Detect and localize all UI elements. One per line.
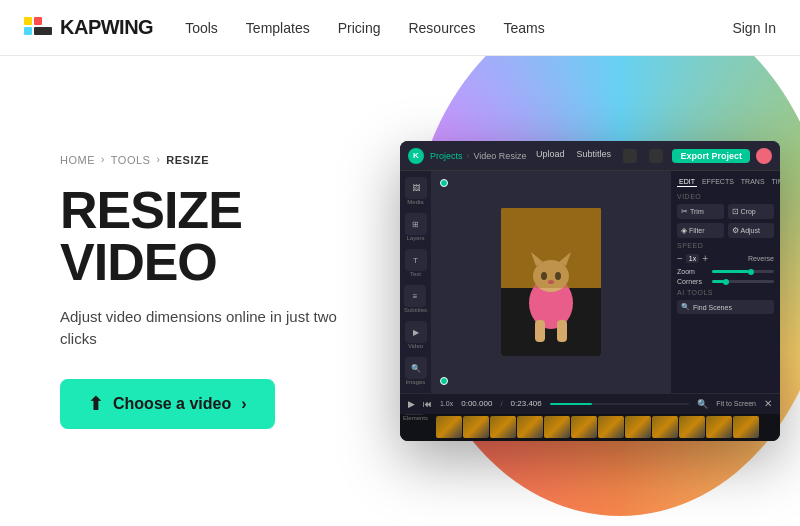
reverse-label[interactable]: Reverse [748, 255, 774, 262]
close-timeline-button[interactable]: ✕ [764, 398, 772, 409]
find-scenes-button[interactable]: 🔍 Find Scenes [677, 300, 774, 314]
hero-left: HOME › TOOLS › RESIZE RESIZE VIDEO Adjus… [60, 154, 400, 429]
title-line1: RESIZE [60, 181, 242, 239]
fit-screen-label[interactable]: Fit to Screen [716, 400, 756, 407]
svg-rect-1 [34, 17, 42, 25]
play-button[interactable]: ▶ [408, 399, 415, 409]
corners-slider-row: Corners [677, 278, 774, 285]
hero-subtitle: Adjust video dimensions online in just t… [60, 306, 340, 351]
sidebar-images[interactable]: 🔍 Images [405, 357, 427, 385]
editor-sidebar: 🖼 Media ⊞ Layers T Text ≡ Subtitles [400, 171, 432, 393]
nav-pricing[interactable]: Pricing [338, 20, 381, 36]
filmstrip-frame [598, 416, 624, 438]
speed-row: − 1x + Reverse [677, 253, 774, 264]
sidebar-text[interactable]: T Text [405, 249, 427, 277]
corners-thumb[interactable] [723, 279, 729, 285]
editor-panel: EDIT EFFECTS TRANS TIMING VIDEO ✂ Trim ⊡ [670, 171, 780, 393]
filter-icon: ◈ [681, 226, 687, 235]
section-speed-label: SPEED [677, 242, 774, 249]
page-title: RESIZE VIDEO [60, 184, 400, 288]
editor-topbar: K Projects › Video Resize Upload Subtitl… [400, 141, 780, 171]
crop-button[interactable]: ⊡ Crop [728, 204, 775, 219]
svg-rect-14 [557, 320, 567, 342]
adjust-button[interactable]: ⚙ Adjust [728, 223, 775, 238]
logo[interactable]: KAPWING [24, 16, 153, 39]
tab-timing[interactable]: TIMING [770, 177, 780, 187]
video-thumbnail [501, 208, 601, 356]
panel-tabs: EDIT EFFECTS TRANS TIMING [677, 177, 774, 187]
sidebar-video[interactable]: ▶ Video [405, 321, 427, 349]
breadcrumb-current: RESIZE [166, 154, 209, 166]
trim-button[interactable]: ✂ Trim [677, 204, 724, 219]
filter-button[interactable]: ◈ Filter [677, 223, 724, 238]
filmstrip-frame [544, 416, 570, 438]
chat-icon [623, 149, 637, 163]
tab-transitions[interactable]: TRANS [739, 177, 767, 187]
section-video-label: VIDEO [677, 193, 774, 200]
cta-button[interactable]: ⬆ Choose a video › [60, 379, 275, 429]
nav-resources[interactable]: Resources [408, 20, 475, 36]
nav-templates[interactable]: Templates [246, 20, 310, 36]
nav-teams[interactable]: Teams [503, 20, 544, 36]
video-tools-row1: ✂ Trim ⊡ Crop [677, 204, 774, 219]
export-button[interactable]: Export Project [672, 149, 750, 163]
cat-video-preview [501, 208, 601, 356]
hero-section: HOME › TOOLS › RESIZE RESIZE VIDEO Adjus… [0, 56, 800, 526]
speed-value: 1x [686, 254, 699, 263]
nav-tools[interactable]: Tools [185, 20, 218, 36]
upload-btn[interactable]: Upload [536, 149, 565, 163]
timeline-controls: ▶ ⏮ 1.0x 0:00.000 / 0:23.406 🔍 Fit to Sc… [400, 394, 780, 414]
tab-effects[interactable]: EFFECTS [700, 177, 736, 187]
find-label: Find Scenes [693, 304, 732, 311]
filmstrip-frame [625, 416, 651, 438]
svg-rect-13 [535, 320, 545, 342]
timeline-zoom: 1.0x [440, 400, 453, 407]
crop-icon: ⊡ [732, 207, 739, 216]
breadcrumb-tools[interactable]: TOOLS [111, 154, 151, 166]
speed-minus[interactable]: − [677, 253, 683, 264]
section-ai-label: AI TOOLS [677, 289, 774, 296]
sidebar-subtitles[interactable]: ≡ Subtitles [404, 285, 427, 313]
breadcrumb-chevron-1: › [101, 154, 105, 165]
filmstrip-frame [517, 416, 543, 438]
tab-video-resize[interactable]: Video Resize [474, 151, 527, 161]
sidebar-media[interactable]: 🖼 Media [405, 177, 427, 205]
zoom-track[interactable] [712, 270, 774, 273]
trim-icon: ✂ [681, 207, 688, 216]
timeline-filmstrip [400, 414, 780, 441]
logo-text: KAPWING [60, 16, 153, 39]
zoom-fill [712, 270, 749, 273]
timeline-progress-bar[interactable] [550, 403, 690, 405]
logo-icon [24, 17, 52, 39]
video-tools-row2: ◈ Filter ⚙ Adjust [677, 223, 774, 238]
filmstrip-frame [436, 416, 462, 438]
subtitles-btn[interactable]: Subtitles [576, 149, 611, 163]
filmstrip-frame [679, 416, 705, 438]
tab-projects[interactable]: Projects [430, 151, 463, 161]
filmstrip-frame [571, 416, 597, 438]
zoom-label: Zoom [677, 268, 709, 275]
canvas-handle-bl[interactable] [440, 377, 448, 385]
zoom-in-button[interactable]: 🔍 [697, 399, 708, 409]
settings-icon [649, 149, 663, 163]
zoom-thumb[interactable] [748, 269, 754, 275]
corners-track[interactable] [712, 280, 774, 283]
speed-plus[interactable]: + [702, 253, 708, 264]
sidebar-layers[interactable]: ⊞ Layers [405, 213, 427, 241]
breadcrumb-home[interactable]: HOME [60, 154, 95, 166]
corners-label: Corners [677, 278, 709, 285]
tab-edit[interactable]: EDIT [677, 177, 697, 187]
navbar: KAPWING Tools Templates Pricing Resource… [0, 0, 800, 56]
canvas-handle-tl[interactable] [440, 179, 448, 187]
editor-mockup: K Projects › Video Resize Upload Subtitl… [400, 141, 780, 441]
zoom-slider-row: Zoom [677, 268, 774, 275]
editor-body: 🖼 Media ⊞ Layers T Text ≡ Subtitles [400, 171, 780, 393]
editor-canvas[interactable] [432, 171, 670, 393]
signin-button[interactable]: Sign In [732, 20, 776, 36]
title-line2: VIDEO [60, 233, 217, 291]
filmstrip-frame [706, 416, 732, 438]
skip-back-button[interactable]: ⏮ [423, 399, 432, 409]
hero-right: K Projects › Video Resize Upload Subtitl… [400, 141, 780, 441]
filmstrip-frame [733, 416, 759, 438]
breadcrumb-chevron-2: › [156, 154, 160, 165]
